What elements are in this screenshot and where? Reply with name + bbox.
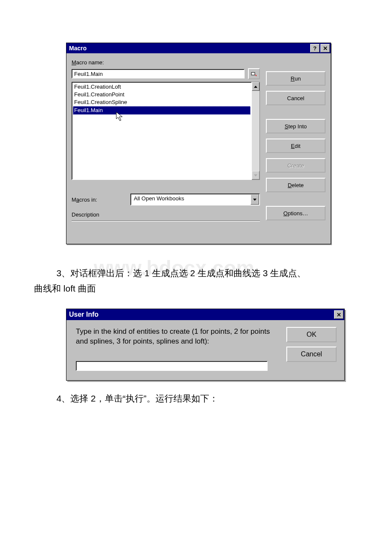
macro-dialog: Macro ? ✕ Macro name:	[66, 43, 331, 244]
run-button[interactable]: Run	[266, 71, 326, 86]
ref-edit-button[interactable]	[248, 68, 260, 79]
svg-rect-0	[251, 72, 255, 75]
ok-button[interactable]: OK	[286, 327, 337, 342]
userinfo-input[interactable]	[76, 361, 268, 371]
delete-button[interactable]: Delete	[266, 178, 326, 192]
macros-in-value: All Open Workbooks	[131, 194, 251, 205]
userinfo-prompt: Type in the kind of entities to create (…	[76, 327, 277, 347]
body-text-2: 4、选择 2，单击“执行”。运行结果如下：	[34, 391, 358, 406]
list-item[interactable]: Feuil1.CreationSpline	[73, 98, 251, 106]
list-item[interactable]: Feuil1.CreationPoint	[73, 91, 251, 98]
description-groupbox	[72, 220, 260, 238]
step-into-button[interactable]: Step Into	[266, 119, 326, 133]
macro-title: Macro	[69, 45, 310, 52]
userinfo-title: User Info	[69, 311, 334, 318]
body-text-1: www.bdocx.com 3、对话框弹出后：选 1 生成点选 2 生成点和曲线…	[34, 266, 358, 296]
scroll-down-icon	[252, 171, 259, 179]
list-item[interactable]: Feuil1.Main	[73, 106, 251, 115]
description-label: Description	[72, 211, 260, 218]
macro-name-label: Macro name:	[72, 59, 260, 66]
options-button[interactable]: Options…	[266, 206, 326, 220]
edit-button[interactable]: Edit	[266, 139, 326, 153]
scroll-up-icon[interactable]	[252, 82, 259, 91]
svg-marker-1	[255, 75, 257, 76]
macro-listbox[interactable]: Feuil1.CreationLoft Feuil1.CreationPoint…	[72, 82, 252, 180]
scroll-track[interactable]	[252, 91, 259, 171]
close-icon[interactable]: ✕	[320, 44, 330, 52]
macros-in-dropdown[interactable]: All Open Workbooks	[130, 194, 260, 205]
chevron-down-icon	[253, 199, 257, 201]
user-info-dialog: User Info ✕ Type in the kind of entities…	[66, 309, 345, 381]
close-icon[interactable]: ✕	[334, 310, 343, 319]
macro-titlebar[interactable]: Macro ? ✕	[66, 43, 331, 53]
dropdown-button[interactable]	[251, 194, 259, 205]
create-button: Create	[266, 158, 326, 173]
ref-edit-icon	[251, 71, 257, 77]
macros-in-label: Macros in:	[72, 197, 127, 203]
macro-name-input[interactable]	[72, 69, 245, 78]
cancel-button[interactable]: Cancel	[266, 91, 326, 105]
list-item[interactable]: Feuil1.CreationLoft	[73, 83, 251, 91]
listbox-scrollbar[interactable]	[252, 82, 260, 180]
userinfo-titlebar[interactable]: User Info ✕	[66, 309, 344, 320]
userinfo-cancel-button[interactable]: Cancel	[286, 347, 337, 362]
help-icon[interactable]: ?	[310, 44, 320, 52]
